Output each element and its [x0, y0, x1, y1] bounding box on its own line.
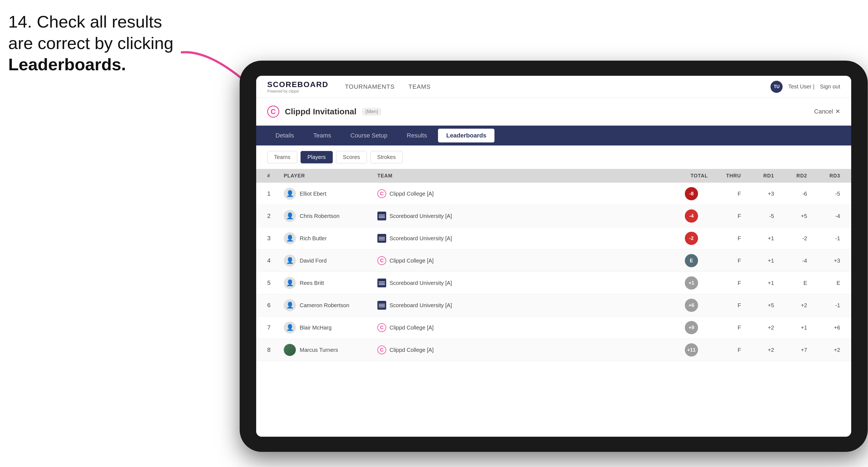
tab-results[interactable]: Results	[399, 129, 435, 143]
col-rd3: RD3	[807, 173, 840, 179]
filter-players[interactable]: Players	[301, 151, 333, 163]
player-name: Cameron Robertson	[300, 302, 349, 309]
cell-rd3: +3	[807, 258, 840, 264]
cell-total: E	[675, 254, 708, 267]
cell-rd3: E	[807, 280, 840, 286]
top-navigation: SCOREBOARD Powered by clippd TOURNAMENTS…	[256, 76, 851, 98]
score-badge: -4	[685, 209, 698, 223]
team-logo-sb	[377, 212, 386, 220]
col-team: TEAM	[377, 173, 482, 179]
cell-rd1: +1	[741, 280, 774, 286]
cancel-button[interactable]: Cancel ✕	[814, 108, 840, 115]
nav-teams[interactable]: TEAMS	[408, 83, 431, 90]
player-name: Rich Butler	[300, 235, 327, 242]
filter-scores[interactable]: Scores	[336, 151, 367, 163]
col-rank: #	[267, 173, 284, 179]
cell-rd1: +3	[741, 191, 774, 197]
team-logo-sb	[377, 279, 386, 287]
cell-rd3: -1	[807, 235, 840, 242]
table-body: 1 👤 Elliot Ebert C Clippd College [A] -8…	[256, 183, 851, 437]
cell-rank: 7	[267, 324, 284, 331]
cell-team: C Clippd College [A]	[377, 345, 482, 354]
score-badge: -8	[685, 187, 698, 200]
player-name: Elliot Ebert	[300, 191, 327, 197]
nav-user-label: Test User |	[788, 84, 814, 90]
tournament-badge: (Men)	[362, 108, 381, 116]
tab-teams[interactable]: Teams	[305, 129, 339, 143]
cell-player: 👤 Blair McHarg	[284, 321, 377, 334]
cell-rank: 6	[267, 302, 284, 309]
cell-team: C Clippd College [A]	[377, 189, 482, 198]
team-name: Scoreboard University [A]	[390, 235, 452, 242]
table-row: 1 👤 Elliot Ebert C Clippd College [A] -8…	[256, 183, 851, 205]
cell-total: -4	[675, 209, 708, 223]
cell-rd2: +2	[774, 302, 807, 309]
cell-rd1: +2	[741, 347, 774, 353]
cell-player: 👤 Rich Butler	[284, 232, 377, 244]
cell-team: Scoreboard University [A]	[377, 279, 482, 287]
cell-total: -2	[675, 232, 708, 245]
tab-details[interactable]: Details	[267, 129, 302, 143]
table-row: 6 👤 Cameron Robertson Scoreboard Univers…	[256, 294, 851, 317]
cell-rd3: +6	[807, 324, 840, 331]
score-badge: +9	[685, 321, 698, 334]
cell-rd3: -5	[807, 191, 840, 197]
cell-rd2: +7	[774, 347, 807, 353]
cell-thru: F	[708, 213, 741, 219]
player-avatar: 👤	[284, 255, 296, 267]
cell-team: Scoreboard University [A]	[377, 212, 482, 220]
cell-thru: F	[708, 324, 741, 331]
team-name: Scoreboard University [A]	[390, 213, 452, 219]
cell-rd3: -4	[807, 213, 840, 219]
col-rd1: RD1	[741, 173, 774, 179]
cell-rd1: -5	[741, 213, 774, 219]
team-name: Clippd College [A]	[390, 324, 434, 331]
player-avatar: 👤	[284, 299, 296, 311]
team-name: Clippd College [A]	[390, 191, 434, 197]
cell-rd1: +5	[741, 302, 774, 309]
player-avatar: 👤	[284, 277, 296, 289]
cell-rd2: -4	[774, 258, 807, 264]
player-name: David Ford	[300, 258, 327, 264]
cell-rank: 5	[267, 279, 284, 286]
cell-rd2: +5	[774, 213, 807, 219]
user-avatar: TU	[771, 81, 783, 93]
score-badge: -2	[685, 232, 698, 245]
nav-right: TU Test User | Sign out	[771, 81, 840, 93]
logo-sub: Powered by clippd	[267, 89, 328, 93]
filter-teams[interactable]: Teams	[267, 151, 297, 163]
team-name: Clippd College [A]	[390, 347, 434, 353]
tab-course-setup[interactable]: Course Setup	[342, 129, 396, 143]
table-row: 7 👤 Blair McHarg C Clippd College [A] +9…	[256, 317, 851, 339]
filter-strokes[interactable]: Strokes	[370, 151, 403, 163]
filter-row: Teams Players Scores Strokes	[256, 146, 851, 169]
tab-leaderboards[interactable]: Leaderboards	[438, 129, 495, 143]
instruction-text: 14. Check all results are correct by cli…	[8, 11, 174, 75]
cell-player: 👤 David Ford	[284, 255, 377, 267]
team-logo-clippd: C	[377, 189, 386, 198]
cell-rd2: -6	[774, 191, 807, 197]
tablet-screen: SCOREBOARD Powered by clippd TOURNAMENTS…	[256, 76, 851, 437]
table-row: 4 👤 David Ford C Clippd College [A] E F …	[256, 250, 851, 272]
cell-rd2: -2	[774, 235, 807, 242]
cell-rd1: +2	[741, 324, 774, 331]
cell-total: +9	[675, 321, 708, 334]
table-header: # PLAYER TEAM TOTAL THRU RD1 RD2 RD3	[256, 169, 851, 183]
cell-team: C Clippd College [A]	[377, 323, 482, 332]
cell-thru: F	[708, 280, 741, 286]
cell-player: 👤 Rees Britt	[284, 277, 377, 289]
cell-rank: 1	[267, 190, 284, 197]
col-thru: THRU	[708, 173, 741, 179]
team-logo-clippd: C	[377, 345, 386, 354]
cell-thru: F	[708, 191, 741, 197]
cell-total: +6	[675, 299, 708, 312]
signout-button[interactable]: Sign out	[820, 84, 840, 90]
player-avatar: 👤	[284, 210, 296, 222]
player-name: Marcus Turners	[300, 347, 338, 353]
nav-tournaments[interactable]: TOURNAMENTS	[345, 83, 395, 90]
team-logo-sb	[377, 234, 386, 243]
cell-total: +1	[675, 276, 708, 289]
tab-bar: Details Teams Course Setup Results Leade…	[256, 126, 851, 146]
team-name: Clippd College [A]	[390, 258, 434, 264]
player-avatar: 👤	[284, 321, 296, 334]
